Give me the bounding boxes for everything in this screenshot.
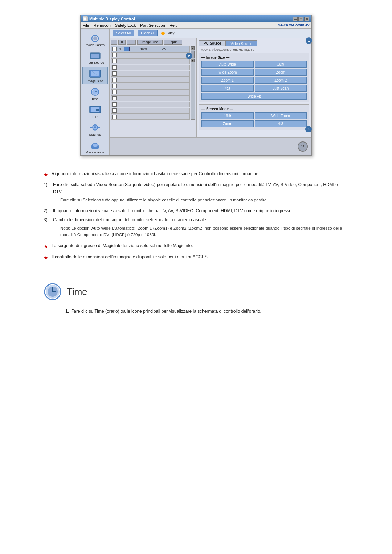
row-checkbox[interactable]: [112, 65, 117, 70]
table-row: 1 16:9 AV: [111, 46, 190, 52]
btn-screen-zoom[interactable]: Zoom: [201, 120, 254, 127]
btn-screen-16-9[interactable]: 16:9: [201, 112, 254, 119]
busy-label: Busy: [166, 31, 174, 35]
row-checkbox[interactable]: [112, 71, 117, 76]
help-button[interactable]: ?: [298, 141, 308, 152]
time-note-num: 1.: [65, 308, 69, 315]
row-imgsize: 16:9: [132, 47, 155, 51]
btn-16-9[interactable]: 16:9: [255, 61, 307, 68]
btn-zoom1[interactable]: Zoom 1: [201, 77, 254, 84]
btn-screen-4-3[interactable]: 4:3: [255, 120, 307, 127]
row-checkbox[interactable]: [112, 47, 117, 51]
clear-all-button[interactable]: Clear All: [138, 30, 158, 36]
badge-3: 3: [305, 126, 312, 132]
app-body: Power Control Input Source: [81, 29, 311, 155]
svg-rect-7: [91, 71, 99, 76]
menu-safetylock[interactable]: Safety Lock: [115, 23, 136, 28]
col-header-num: 0: [118, 40, 126, 45]
sidebar-label-time: Time: [91, 97, 99, 101]
close-button[interactable]: ✕: [304, 17, 309, 21]
title-bar-controls[interactable]: — □ ✕: [293, 17, 309, 21]
sidebar-label-settings: Settings: [89, 133, 101, 136]
row-number: 1: [117, 47, 123, 51]
right-panel: 2 PC Source Video Source 1 TV,AV,S-Video…: [197, 38, 311, 137]
maximize-button[interactable]: □: [298, 17, 303, 21]
col-header-imgsize: Image Size: [137, 40, 163, 45]
window-title: Multiple Display Control: [89, 17, 135, 21]
sidebar-label-input: Input Source: [86, 61, 104, 65]
row-checkbox[interactable]: [112, 90, 117, 94]
app-icon: ▣: [83, 16, 88, 21]
table-row: [111, 108, 190, 114]
btn-zoom2[interactable]: Zoom 2: [255, 77, 307, 84]
title-bar-left: ▣ Multiple Display Control: [83, 16, 135, 21]
tab-pc-source[interactable]: PC Source: [199, 40, 226, 46]
image-size-buttons: Auto Wide 16:9 Wide Zoom Zoom Zoom 1 Zoo…: [201, 61, 307, 100]
table-row: [111, 114, 190, 120]
note-item-2: 2) Il riquadro informazioni visualizza s…: [44, 208, 348, 214]
time-section: Time 1. Fare clic su Time (orario) tra l…: [22, 275, 370, 324]
btn-screen-wide-zoom[interactable]: Wide Zoom: [255, 112, 307, 119]
sidebar-item-settings[interactable]: Settings: [82, 121, 108, 138]
row-checkbox[interactable]: [112, 115, 117, 119]
minimize-button[interactable]: —: [293, 17, 298, 21]
pip-icon: [89, 104, 102, 115]
screen-mode-section: — Screen Mode — 16:9 Wide Zoom Zoom 4:3 …: [199, 104, 309, 130]
sidebar-item-power[interactable]: Power Control: [82, 32, 108, 48]
svg-rect-18: [94, 124, 95, 126]
row-checkbox[interactable]: [112, 78, 117, 82]
main-content: Select All Clear All Busy 0: [110, 29, 311, 155]
menu-items: File Remocon Safety Lock Port Selection …: [83, 23, 177, 28]
note-3-content: Cambia le dimensioni dell'immagine del m…: [53, 217, 348, 240]
scroll-down-button[interactable]: ▼: [191, 59, 195, 62]
btn-4-3[interactable]: 4:3: [201, 85, 254, 92]
menu-portselection[interactable]: Port Selection: [140, 23, 165, 28]
row-checkbox[interactable]: [112, 59, 117, 63]
star-icon-1: ★: [44, 171, 48, 178]
note-3a-text: Cambia le dimensioni dell'immagine del m…: [53, 217, 207, 222]
tab-video-source[interactable]: Video Source: [226, 40, 257, 46]
btn-auto-wide[interactable]: Auto Wide: [201, 61, 254, 68]
svg-rect-5: [94, 58, 97, 59]
row-checkbox[interactable]: [112, 102, 117, 107]
menu-file[interactable]: File: [83, 23, 89, 28]
btn-zoom[interactable]: Zoom: [255, 69, 307, 76]
scroll-up-button[interactable]: ▲: [191, 46, 195, 50]
sidebar-item-input[interactable]: Input Source: [82, 49, 108, 66]
row-checkbox[interactable]: [112, 84, 117, 88]
btn-wide-fit[interactable]: Wide Fit: [201, 93, 307, 100]
star-note-1-text: Riquadro informazioni visualizza alcune …: [52, 171, 348, 178]
svg-rect-4: [91, 54, 99, 58]
sidebar-item-maintenance[interactable]: Maintenance: [82, 139, 108, 155]
menu-help[interactable]: Help: [170, 23, 178, 28]
menu-bar: File Remocon Safety Lock Port Selection …: [81, 22, 311, 29]
note-1-content: Fare clic sulla scheda Video Source (Sor…: [53, 181, 348, 205]
monitor-header: 0 Image Size Input: [111, 40, 195, 45]
select-all-button[interactable]: Select All: [113, 30, 134, 36]
svg-rect-19: [94, 129, 95, 131]
table-row: [111, 77, 190, 83]
tabs-row: PC Source Video Source 1: [199, 40, 309, 46]
table-row: [111, 65, 190, 70]
app-window: ▣ Multiple Display Control — □ ✕ File Re…: [80, 15, 312, 156]
screen-mode-buttons: 16:9 Wide Zoom Zoom 4:3: [201, 112, 307, 127]
col-header-icon: [127, 40, 136, 45]
row-checkbox[interactable]: [112, 96, 117, 100]
title-bar: ▣ Multiple Display Control — □ ✕: [81, 15, 311, 22]
row-checkbox[interactable]: [112, 108, 117, 113]
time-header: Time: [44, 283, 348, 301]
busy-dot: [161, 32, 165, 35]
star-note-1: ★ Riquadro informazioni visualizza alcun…: [44, 171, 348, 178]
btn-just-scan[interactable]: Just Scan: [255, 85, 307, 92]
row-checkbox[interactable]: [112, 53, 117, 57]
menu-remocon[interactable]: Remocon: [94, 23, 111, 28]
time-section-icon: [44, 283, 62, 301]
sidebar-item-pip[interactable]: PIP: [82, 103, 108, 120]
note-1b-text: Fare clic su Seleziona tutto oppure util…: [60, 197, 348, 203]
sidebar-item-imagesize[interactable]: Image Size: [82, 67, 108, 84]
btn-wide-zoom[interactable]: Wide Zoom: [201, 69, 254, 76]
svg-rect-20: [90, 127, 92, 128]
input-icon: [89, 50, 102, 61]
svg-point-30: [52, 291, 53, 292]
sidebar-item-time[interactable]: Time: [82, 86, 108, 102]
